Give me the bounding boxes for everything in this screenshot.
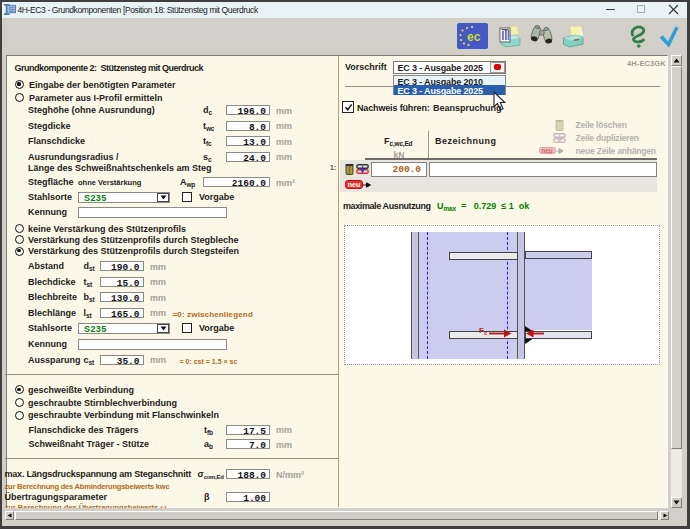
svg-text:ec: ec bbox=[467, 30, 481, 44]
